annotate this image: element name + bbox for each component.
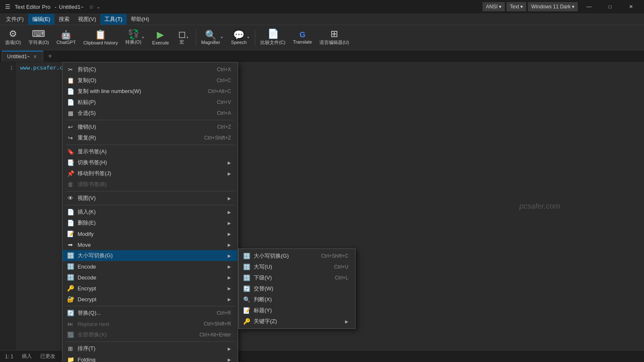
ctx-move[interactable]: ➡ Move ▶ (62, 239, 238, 250)
ctx-insert-arrow: ▶ (228, 210, 231, 215)
ctx-encrypt-icon: 🔑 (66, 284, 75, 292)
magnifier-label: Magnifier (201, 40, 220, 45)
ctx-toggle-bookmark[interactable]: 📑 切换书签(H) ▶ (62, 157, 238, 168)
menu-view[interactable]: 视图(V) (74, 14, 100, 25)
ctx-decode[interactable]: 🔡 Decode ▶ (62, 272, 238, 283)
sub-uppercase[interactable]: 🔠 大写(U) Ctrl+U (239, 261, 355, 272)
ansi-dropdown[interactable]: ANSI ▾ (483, 2, 505, 11)
toolbar-macro[interactable]: ◻ 宏 ▾ (173, 28, 194, 47)
ctx-show-bookmark[interactable]: 🔖 显示书签(A) (62, 146, 238, 157)
menu-edit[interactable]: 编辑(E) (28, 14, 55, 25)
theme-dropdown[interactable]: Windows 11 Dark ▾ (528, 2, 578, 11)
sub-title-label: 标题(Y) (254, 307, 348, 314)
ctx-modify-arrow: ▶ (228, 232, 231, 236)
sub-judge[interactable]: 🔍 判断(X) (239, 294, 355, 305)
ctx-cut[interactable]: ✂ 剪切(C) Ctrl+X (62, 64, 238, 75)
tab-close-button[interactable]: ✕ (32, 54, 38, 60)
toolbar-speech[interactable]: 💬 Speech ▾ (228, 29, 253, 47)
sub-keyword-label: 关键字(Z) (254, 318, 342, 325)
close-button[interactable]: ✕ (621, 0, 641, 13)
toolbar-chatgpt[interactable]: 🤖 ChatGPT (53, 29, 79, 47)
ctx-modify[interactable]: 📝 Modify ▶ (62, 228, 238, 239)
ctx-copy-ln-icon: 📄 (66, 87, 75, 96)
ctx-paste[interactable]: 📄 粘贴(P) Ctrl+V (62, 97, 238, 108)
toolbar-options[interactable]: ⚙ 选项(O) (2, 28, 24, 47)
ctx-sort-label: 排序(T) (78, 345, 224, 352)
ctx-delete-icon: 📄 (66, 219, 75, 227)
ctx-encode[interactable]: 🔠 Encode ▶ (62, 261, 238, 272)
compare-label: 比较文件(C) (260, 39, 285, 46)
toolbar: ⚙ 选项(O) ⌨ 字符表(O) 🤖 ChatGPT 📋 Clipboard h… (0, 25, 644, 50)
title-bar-left: ☰ Text Editor Pro - Untitled1~ ☆ ⌄ (3, 3, 483, 11)
sub-title[interactable]: 📝 标题(Y) (239, 305, 355, 316)
ctx-sort-icon: ⊞ (66, 344, 75, 353)
status-modified: 已更改 (40, 353, 55, 360)
convert-arrow[interactable]: ▾ (141, 36, 145, 39)
hamburger-icon[interactable]: ☰ (3, 3, 12, 11)
speech-arrow[interactable]: ▾ (247, 36, 250, 39)
ctx-replace[interactable]: 🔄 替换(Q)... Ctrl+R (62, 308, 238, 318)
ctx-move-bookmark[interactable]: 📌 移动到书签(J) ▶ (62, 168, 238, 179)
ctx-decode-icon: 🔡 (66, 273, 75, 282)
sub-keyword[interactable]: 🔑 关键字(Z) ▶ (239, 316, 355, 327)
ctx-clear-bookmark[interactable]: 🗑 清除书签(B) (62, 179, 238, 190)
execute-icon: ▶ (157, 30, 164, 39)
menu-help[interactable]: 帮助(H) (127, 14, 153, 25)
magnifier-arrow[interactable]: ▾ (220, 36, 223, 39)
toolbar-magnifier[interactable]: 🔍 Magnifier ▾ (198, 29, 227, 47)
ctx-encrypt[interactable]: 🔑 Encrypt ▶ (62, 283, 238, 294)
ctx-selectall-icon: ▦ (66, 109, 75, 117)
translate-icon: G (299, 31, 305, 39)
macro-arrow[interactable]: ▾ (186, 36, 189, 39)
ctx-replace-all[interactable]: 🔃 全部替换(X) Ctrl+Alt+Enter (62, 329, 238, 340)
ctx-encrypt-arrow: ▶ (228, 286, 231, 291)
minimize-button[interactable]: — (579, 0, 599, 13)
ctx-toggle-bookmark-arrow: ▶ (228, 160, 231, 165)
toolbar-translate[interactable]: G Translate (290, 29, 315, 46)
ctx-decrypt[interactable]: 🔐 Decrypt ▶ (62, 294, 238, 305)
ctx-folding-arrow: ▶ (228, 357, 231, 362)
ctx-folding-icon: 📁 (66, 355, 75, 362)
ctx-sort[interactable]: ⊞ 排序(T) ▶ (62, 343, 238, 354)
maximize-button[interactable]: □ (600, 0, 620, 13)
toolbar-compare[interactable]: 📄 比较文件(C) (257, 28, 288, 47)
speech-icon: 💬 (233, 31, 244, 40)
ctx-toggle-bookmark-label: 切换书签(H) (78, 159, 224, 166)
sub-lowercase[interactable]: 🔡 下级(V) Ctrl+L (239, 272, 355, 283)
ctx-show-bookmark-label: 显示书签(A) (78, 148, 231, 155)
menu-search[interactable]: 搜索 (55, 14, 74, 25)
tab-add-button[interactable]: + (45, 51, 55, 61)
ctx-copy[interactable]: 📋 复制(O) Ctrl+C (62, 75, 238, 86)
ctx-insert[interactable]: 📄 插入(K) ▶ (62, 207, 238, 217)
ctx-delete-arrow: ▶ (228, 221, 231, 225)
toolbar-execute[interactable]: ▶ Execute (149, 28, 172, 47)
ctx-undo-shortcut: Ctrl+Z (217, 124, 231, 130)
toolbar-lang-editor[interactable]: ⊞ 语言编辑器(U) (316, 28, 352, 47)
ctx-delete[interactable]: 📄 删除(E) ▶ (62, 217, 238, 228)
ctx-folding[interactable]: 📁 Folding ▶ (62, 354, 238, 362)
menu-tools[interactable]: 工具(T) (100, 14, 127, 25)
menu-file[interactable]: 文件(F) (2, 14, 28, 25)
ctx-case[interactable]: 🔡 大小写切换(G) ▶ 🔡 大小写切换(G) Ctrl+Shift+C 🔠 大… (62, 250, 238, 261)
star-icon[interactable]: ☆ (89, 4, 94, 10)
ctx-replace-next[interactable]: ⏭ Replace next Ctrl+Shift+R (62, 318, 238, 329)
ctx-selectall[interactable]: ▦ 全选(S) Ctrl+A (62, 108, 238, 119)
app-title: Text Editor Pro (15, 4, 50, 10)
line-number-1: 1 (0, 64, 16, 72)
ctx-cut-icon: ✂ (66, 65, 75, 74)
ctx-redo[interactable]: ↪ 重复(R) Ctrl+Shift+Z (62, 132, 238, 143)
sub-swap[interactable]: 🔄 交替(W) (239, 283, 355, 294)
dropdown-caret-icon[interactable]: ⌄ (96, 4, 100, 10)
ctx-sep3 (66, 191, 234, 191)
ctx-undo[interactable]: ↩ 撤销(U) Ctrl+Z (62, 122, 238, 132)
tab-untitled1[interactable]: Untitled1~ ✕ (2, 51, 43, 62)
ctx-folding-label: Folding (78, 357, 224, 362)
text-dropdown[interactable]: Text ▾ (506, 2, 526, 11)
sub-case-toggle[interactable]: 🔡 大小写切换(G) Ctrl+Shift+C (239, 251, 355, 261)
ctx-view[interactable]: 👁 视图(V) ▶ (62, 193, 238, 204)
toolbar-charmap[interactable]: ⌨ 字符表(O) (25, 28, 52, 47)
toolbar-convert[interactable]: 💱 转换(O) ▾ (122, 28, 148, 47)
toolbar-clipboard[interactable]: 📋 Clipboard history (80, 28, 122, 47)
ctx-copy-ln[interactable]: 📄 复制 with line numbers(W) Ctrl+Alt+C (62, 86, 238, 97)
toolbar-sep2 (255, 29, 255, 46)
